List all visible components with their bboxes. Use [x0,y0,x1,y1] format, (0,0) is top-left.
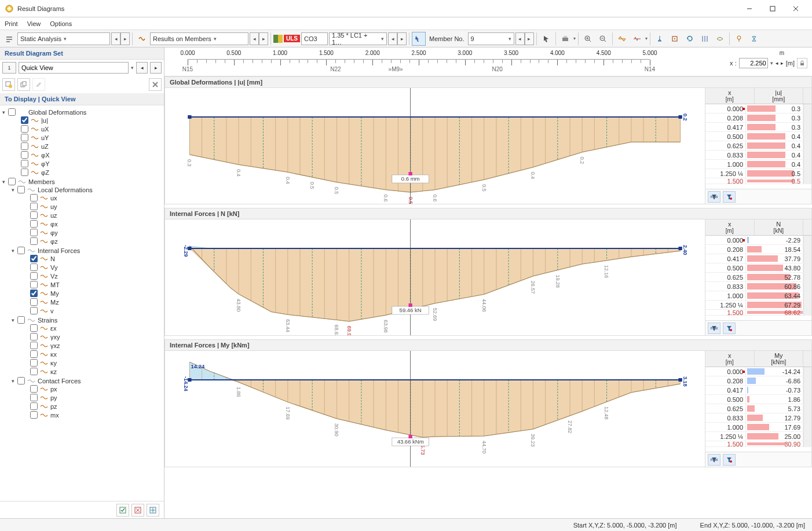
filter-point-icon[interactable] [723,323,736,334]
table-row[interactable]: 0.500 1.86 [705,395,811,404]
set-prev[interactable]: ◂ [136,62,148,74]
filter-point-icon[interactable] [723,191,736,203]
copy-set-icon[interactable] [17,78,30,91]
table-row[interactable]: 1.500 0.5 [705,178,811,184]
tree-item[interactable]: φx [19,219,164,228]
uncheck-all-icon[interactable] [131,504,144,517]
zoom-out-icon[interactable] [596,32,610,46]
maximize-button[interactable] [761,0,784,17]
tool-b-icon[interactable] [747,32,761,46]
chart-svg[interactable]: 43.8063.4468.6269.9463.9852.6944.0626.57… [165,219,705,335]
tree-group[interactable]: ▾Contact Forcespxpypzmx [9,376,164,420]
member-next[interactable]: ▸ [525,32,534,45]
tree-item[interactable]: φy [19,228,164,237]
table-row[interactable]: 0.208 18.54 [705,245,811,254]
results-on-combo[interactable]: Results on Members▾ [150,32,248,45]
tree-item[interactable]: uY [9,133,164,142]
combo-code[interactable]: CO3 [301,32,328,45]
table-row[interactable]: 0.417 0.3 [705,123,811,132]
tree-item[interactable]: εx [19,324,164,332]
member-no-combo[interactable]: 9▾ [468,32,514,45]
section-icon[interactable] [668,32,682,46]
ruler[interactable]: 0.0000.5001.0001.5002.0002.5003.0003.500… [164,47,812,76]
tree-item[interactable]: γxy [19,332,164,341]
tree-item[interactable]: MT [19,280,164,289]
tree-item[interactable]: κx [19,350,164,358]
tree-item[interactable]: κz [19,367,164,376]
tree-item[interactable]: uZ [9,142,164,151]
table-row[interactable]: 0.000 -14.24 [705,367,811,376]
tree-item[interactable]: Vz [19,272,164,280]
combo-next[interactable]: ▸ [397,32,407,45]
envelope-icon[interactable] [713,32,727,46]
table-row[interactable]: 0.417 -0.73 [705,386,811,395]
tree-item[interactable]: κy [19,358,164,367]
combo-prev[interactable]: ◂ [388,32,397,45]
zoom-in-icon[interactable] [581,32,595,46]
tree-item[interactable]: uy [19,202,164,211]
menu-print[interactable]: Print [5,20,18,27]
invert-check-icon[interactable] [147,504,159,517]
tree-item[interactable]: N [19,254,164,263]
table-row[interactable]: 1.500 68.62 [705,310,811,316]
table-row[interactable]: 1.000 0.4 [705,160,811,169]
lock-icon[interactable] [797,58,807,68]
table-row[interactable]: 0.625 0.4 [705,141,811,151]
tree-group[interactable]: ▾Members▾Local Deformationsuxuyuzφxφyφz▾… [0,177,164,420]
new-set-icon[interactable] [2,78,15,91]
table-row[interactable]: 0.000 -2.29 [705,236,811,245]
table-row[interactable]: 0.000 0.3 [705,104,811,113]
refresh-icon[interactable] [683,32,697,46]
tree-item[interactable]: φX [9,151,164,159]
set-next[interactable]: ▸ [150,62,162,74]
table-row[interactable]: 0.500 43.80 [705,263,811,273]
table-row[interactable]: 0.833 12.79 [705,413,811,423]
tree-item[interactable]: uX [9,124,164,133]
tree-item[interactable]: uz [19,211,164,219]
tree-item[interactable]: px [19,384,164,393]
tree-item[interactable]: |u| [9,116,164,124]
analysis-prev[interactable]: ◂ [111,32,120,45]
edit-set-icon[interactable] [32,78,45,91]
tree-group[interactable]: ▾Local Deformationsuxuyuzφxφyφz [9,185,164,246]
table-row[interactable]: 0.208 -6.86 [705,376,811,386]
pick-member-icon[interactable] [412,32,426,46]
table-row[interactable]: 1.500 30.90 [705,441,811,447]
delete-set-icon[interactable] [149,78,162,91]
tree-item[interactable]: γxz [19,341,164,350]
tree-group[interactable]: ▾Global Deformations|u|uXuYuZφXφYφZ [0,108,164,177]
table-row[interactable]: 1.000 63.44 [705,291,811,301]
table-row[interactable]: 1.250 ¼ 67.29 [705,301,811,310]
print-icon[interactable] [558,32,572,46]
filter-point-icon[interactable] [723,454,736,466]
tree-item[interactable]: My [19,289,164,298]
table-row[interactable]: 1.250 ¼ 0.5 [705,169,811,178]
menu-options[interactable]: Options [50,20,72,27]
tree-item[interactable]: φZ [9,168,164,177]
pointer-tool-icon[interactable] [539,32,553,46]
results-icon[interactable] [135,32,149,46]
settings-icon[interactable] [2,32,16,46]
check-all-icon[interactable] [116,504,129,517]
set-name-input[interactable] [19,62,129,74]
tree-item[interactable]: mx [19,411,164,419]
minimize-button[interactable] [738,0,761,17]
tree-item[interactable]: φY [9,159,164,168]
chart-svg[interactable]: 0.30.40.40.50.50.60.50.60.50.40.20.2 0.6… [165,88,705,204]
close-button[interactable] [784,0,807,17]
analysis-next[interactable]: ▸ [120,32,130,45]
tool-a-icon[interactable] [732,32,746,46]
diagram-style-2-icon[interactable] [630,32,644,46]
member-prev[interactable]: ◂ [515,32,525,45]
filter-max-icon[interactable]: max [708,191,720,203]
filter-max-icon[interactable]: max [708,454,720,466]
table-row[interactable]: 0.625 5.73 [705,404,811,413]
table-row[interactable]: 1.250 ¼ 25.00 [705,432,811,441]
tree-item[interactable]: φz [19,237,164,246]
table-row[interactable]: 0.833 0.4 [705,151,811,160]
table-row[interactable]: 0.833 60.86 [705,282,811,291]
table-row[interactable]: 0.208 0.3 [705,113,811,123]
tree-group[interactable]: ▾Strainsεxγxyγxzκxκyκz [9,316,164,376]
tree-item[interactable]: pz [19,402,164,411]
tree-item[interactable]: py [19,393,164,402]
